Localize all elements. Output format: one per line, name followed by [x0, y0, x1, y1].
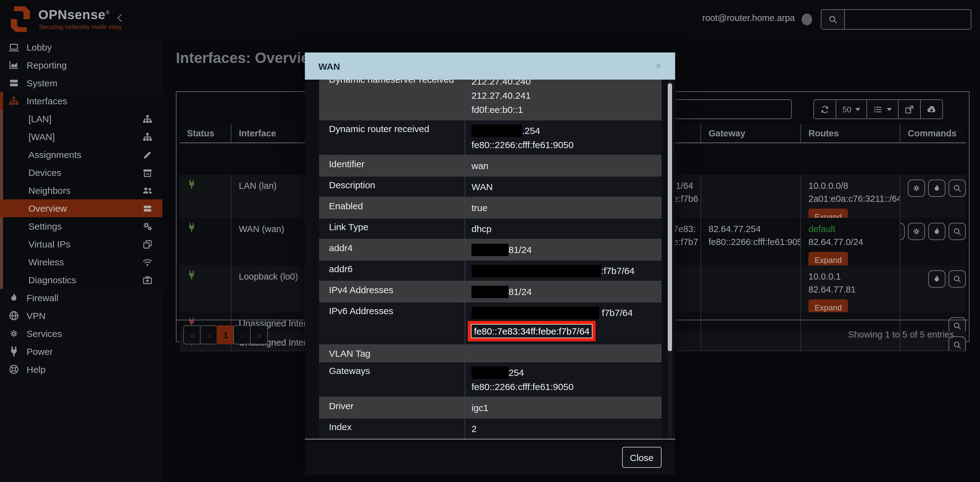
detail-value-text: f7b7/64 [599, 307, 633, 318]
detail-value: dhcp [465, 218, 662, 239]
opnsense-app: OPNsense® Securing networks made easy ro… [0, 0, 980, 482]
detail-value: igc1 [465, 398, 662, 418]
detail-value [465, 345, 662, 362]
highlighted-ipv6-address: fe80::7e83:34ff:febe:f7b7/64 [471, 324, 593, 338]
detail-label: Dynamic nameserver received [319, 80, 465, 120]
modal-body: Dynamic nameserver received212.27.40.240… [305, 80, 675, 439]
detail-value-text: true [471, 202, 488, 213]
detail-label: addr4 [319, 239, 465, 260]
redacted-value [471, 307, 599, 319]
detail-label: Driver [319, 398, 465, 418]
close-icon[interactable]: × [655, 60, 662, 73]
detail-label: Enabled [319, 197, 465, 218]
modal-footer: Close [305, 439, 675, 475]
detail-row: IPv6 Addresses f7b7/64fe80::7e83:34ff:fe… [319, 302, 662, 345]
detail-row: Dynamic nameserver received212.27.40.240… [319, 80, 662, 120]
detail-value: .254fe80::2266:cfff:fe61:9050 [465, 120, 662, 155]
detail-row: IPv4 Addresses81/24 [319, 282, 662, 302]
detail-value: 212.27.40.240212.27.40.241fd0f:ee:b0::1 [465, 80, 662, 120]
detail-value-text: WAN [471, 181, 493, 192]
detail-row: VLAN Tag [319, 345, 662, 362]
detail-label: Index [319, 418, 465, 439]
detail-value-text: igc1 [471, 402, 488, 413]
detail-label: IPv4 Addresses [319, 282, 465, 302]
close-button[interactable]: Close [622, 447, 662, 468]
detail-row: Gateways254fe80::2266:cfff:fe61:9050 [319, 362, 662, 398]
detail-value-text: :f7b7/64 [601, 266, 635, 276]
redacted-value [471, 265, 601, 277]
detail-value-text: 81/24 [509, 244, 531, 255]
detail-value: 254fe80::2266:cfff:fe61:9050 [465, 362, 662, 397]
detail-value: true [465, 197, 662, 218]
detail-row: Identifierwan [319, 156, 662, 177]
detail-row: addr6:f7b7/64 [319, 261, 662, 282]
detail-label: Gateways [319, 362, 465, 397]
detail-label: Description [319, 177, 465, 197]
detail-value-text: wan [471, 161, 488, 171]
redacted-value [471, 125, 522, 137]
detail-value: wan [465, 156, 662, 176]
detail-value-text: 212.27.40.241 [471, 90, 531, 100]
interface-detail-table: Dynamic nameserver received212.27.40.240… [319, 80, 662, 439]
detail-row: Link Typedhcp [319, 218, 662, 239]
detail-value-text: 212.27.40.240 [471, 80, 531, 86]
detail-row: Index2 [319, 418, 662, 439]
redacted-value [471, 244, 509, 256]
detail-value: 81/24 [465, 282, 662, 302]
detail-value-text: dhcp [471, 223, 492, 234]
detail-value: f7b7/64fe80::7e83:34ff:febe:f7b7/64 [465, 302, 662, 344]
detail-value-text: 2 [471, 423, 477, 434]
detail-value: WAN [465, 177, 662, 197]
detail-value-text: fe80::2266:cfff:fe61:9050 [471, 382, 574, 392]
detail-value-text: 254 [509, 367, 524, 378]
detail-value-text: 81/24 [509, 286, 531, 297]
detail-label: Dynamic router received [319, 120, 465, 155]
detail-row: Enabledtrue [319, 197, 662, 218]
detail-label: addr6 [319, 261, 465, 281]
modal-header: WAN × [305, 52, 675, 80]
detail-row: Driverigc1 [319, 398, 662, 418]
detail-label: IPv6 Addresses [319, 302, 465, 344]
detail-label: Link Type [319, 218, 465, 239]
redacted-value [471, 286, 509, 298]
detail-label: VLAN Tag [319, 345, 465, 362]
detail-value-text: .254 [522, 125, 540, 136]
detail-row: addr481/24 [319, 239, 662, 261]
detail-row: DescriptionWAN [319, 177, 662, 197]
annotation-highlight-box: fe80::7e83:34ff:febe:f7b7/64 [468, 321, 596, 341]
detail-value: :f7b7/64 [465, 261, 662, 281]
wan-details-modal: WAN × Dynamic nameserver received212.27.… [305, 52, 675, 475]
redacted-value [471, 367, 509, 379]
detail-value-text: fd0f:ee:b0::1 [471, 104, 523, 115]
modal-scrollbar-thumb[interactable] [668, 83, 672, 351]
detail-value-text: fe80::2266:cfff:fe61:9050 [471, 140, 574, 150]
detail-row: Dynamic router received.254fe80::2266:cf… [319, 120, 662, 156]
detail-value: 2 [465, 418, 662, 439]
detail-value: 81/24 [465, 239, 662, 260]
modal-scrollbar[interactable] [668, 80, 672, 439]
modal-title: WAN [318, 61, 340, 71]
detail-label: Identifier [319, 156, 465, 176]
